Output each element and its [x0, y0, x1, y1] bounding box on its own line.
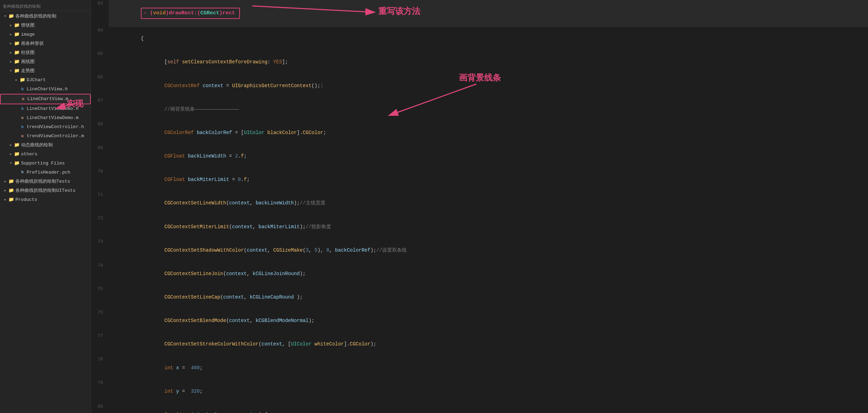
code-line-68: 68 CGColorRef backColorRef = [UIColor bl… [91, 121, 868, 144]
line-number-74: 74 [91, 262, 109, 286]
code-line-73: 73 CGContextSetShadowWithColor(context, … [91, 238, 868, 262]
line-code-79: int y = 320; [109, 379, 868, 403]
folder-icon-uitests: 📁 [8, 188, 14, 194]
disclosure-bingzhuang: ▶ [8, 23, 13, 28]
folder-icon-products: 📁 [8, 197, 14, 203]
line-number-63: 63 [91, 0, 109, 27]
sidebar-item-tests[interactable]: ▶ 📁 各种曲线折线的绘制Tests [0, 177, 91, 186]
sidebar-label-linechartview-m: LineChartView.m [27, 95, 68, 103]
sidebar-item-trendvc-m[interactable]: ▶ m trendViewController.m [0, 132, 91, 141]
sidebar-title: 各种曲线折线的绘制 [0, 1, 91, 11]
line-code-72: CGContextSetMiterLimit(context, backMite… [109, 215, 868, 238]
sidebar-label-tests: 各种曲线折线的绘制Tests [15, 178, 70, 186]
line-number-79: 79 [91, 379, 109, 403]
folder-icon-djchart: 📁 [20, 77, 25, 83]
line-number-80: 80 [91, 403, 109, 413]
line-code-68: CGColorRef backColorRef = [UIColor black… [109, 121, 868, 144]
file-icon-linechartviewdemo-m: m [20, 115, 25, 121]
code-line-71: 71 CGContextSetLineWidth(context, backLi… [91, 191, 868, 215]
sidebar-item-linechartviewdemo-h[interactable]: ▶ h LineChartViewDemo.h [0, 104, 91, 113]
line-number-69: 69 [91, 145, 109, 168]
sidebar-item-others[interactable]: ▶ 📁 others [0, 150, 91, 159]
sidebar-item-trend[interactable]: ▼ 📁 走势图 [0, 66, 91, 76]
code-line-65: 65 [self setClearsContextBeforeDrawing: … [91, 50, 868, 74]
sidebar-item-bingzhuang[interactable]: ▶ 📁 饼状图 [0, 21, 91, 30]
disclosure-shapes: ▶ [8, 41, 13, 46]
sidebar-label-linechartviewdemo-h: LineChartViewDemo.h [27, 105, 78, 113]
sidebar-label-others: others [21, 150, 37, 158]
line-code-64: { [109, 27, 868, 50]
line-number-65: 65 [91, 50, 109, 74]
folder-icon-bar: 📁 [14, 50, 20, 56]
disclosure-uitests: ▶ [3, 188, 8, 193]
sidebar-item-shapes[interactable]: ▶ 📁 画各种形状 [0, 39, 91, 48]
folder-icon-trend: 📁 [14, 68, 20, 74]
line-code-69: CGFloat backLineWidth = 2.f; [109, 145, 868, 168]
folder-icon-image: 📁 [14, 32, 20, 37]
sidebar-item-linechartview-m[interactable]: ▶ m LineChartView.m [0, 94, 91, 104]
disclosure-trend: ▼ [8, 69, 13, 74]
code-line-78: 78 int x = 460; [91, 356, 868, 379]
line-number-75: 75 [91, 286, 109, 309]
sidebar-item-djchart[interactable]: ▶ 📁 DJChart [0, 76, 91, 85]
sidebar-item-uitests[interactable]: ▶ 📁 各种曲线折线的绘制UITests [0, 186, 91, 195]
sidebar-label-uitests: 各种曲线折线的绘制UITests [15, 187, 76, 195]
folder-icon-root: 📁 [8, 14, 14, 19]
code-line-77: 77 CGContextSetStrokeColorWithColor(cont… [91, 332, 868, 356]
code-line-64: 64 { [91, 27, 868, 50]
line-number-73: 73 [91, 238, 109, 262]
folder-icon-bingzhuang: 📁 [14, 23, 20, 28]
sidebar-label-shapes: 画各种形状 [21, 40, 44, 48]
sidebar-item-dynamic[interactable]: ▶ 📁 动态曲线的绘制 [0, 141, 91, 150]
code-line-76: 76 CGContextSetBlendMode(context, kCGBle… [91, 309, 868, 332]
folder-icon-dynamic: 📁 [14, 142, 20, 148]
sidebar-item-products[interactable]: ▶ 📁 Products [0, 195, 91, 204]
sidebar-item-root[interactable]: ▼ 📁 各种曲线折线的绘制 [0, 12, 91, 21]
file-icon-prefixheader: h [20, 170, 25, 175]
code-editor[interactable]: 63 - (void)drawRect:(CGRect)rect 64 { 65… [91, 0, 868, 413]
sidebar[interactable]: 各种曲线折线的绘制 ▼ 📁 各种曲线折线的绘制 ▶ 📁 饼状图 ▶ 📁 imag… [0, 0, 91, 413]
sidebar-label-trendvc-h: trendViewController.h [27, 123, 84, 131]
file-icon-linechartview-h: h [20, 86, 25, 92]
line-number-71: 71 [91, 191, 109, 215]
sidebar-item-supporting[interactable]: ▼ 📁 Supporting Files [0, 159, 91, 168]
sidebar-item-line[interactable]: ▶ 📁 画线图 [0, 57, 91, 66]
code-line-66: 66 CGContextRef context = UIGraphicsGetC… [91, 74, 868, 97]
sidebar-label-prefixheader: PrefixHeader.pch [27, 169, 70, 176]
code-line-63: 63 - (void)drawRect:(CGRect)rect [91, 0, 868, 27]
line-code-63: - (void)drawRect:(CGRect)rect [109, 0, 868, 27]
line-number-67: 67 [91, 97, 109, 121]
line-code-67: //画背景线条——————————————— [109, 97, 868, 121]
disclosure-image: ▶ [8, 32, 13, 37]
line-number-64: 64 [91, 27, 109, 50]
code-line-75: 75 CGContextSetLineCap(context, kCGLineC… [91, 286, 868, 309]
line-code-70: CGFloat backMiterLimit = 0.f; [109, 168, 868, 191]
line-code-71: CGContextSetLineWidth(context, backLineW… [109, 191, 868, 215]
sidebar-label-products: Products [15, 196, 37, 204]
line-code-80: for (int i=0; i<vDesc.count; i++) { [109, 403, 868, 413]
sidebar-label-dynamic: 动态曲线的绘制 [21, 141, 53, 149]
line-number-68: 68 [91, 121, 109, 144]
code-line-69: 69 CGFloat backLineWidth = 2.f; [91, 145, 868, 168]
folder-icon-line: 📁 [14, 59, 20, 65]
sidebar-item-image[interactable]: ▶ 📁 image [0, 30, 91, 39]
code-line-79: 79 int y = 320; [91, 379, 868, 403]
sidebar-item-linechartview-h[interactable]: ▶ h LineChartView.h [0, 85, 91, 94]
sidebar-label-line: 画线图 [21, 58, 35, 66]
line-number-78: 78 [91, 356, 109, 379]
sidebar-item-linechartviewdemo-m[interactable]: ▶ m LineChartViewDemo.m [0, 113, 91, 122]
sidebar-label-bar: 柱状图 [21, 49, 35, 57]
line-number-76: 76 [91, 309, 109, 332]
sidebar-item-bar[interactable]: ▶ 📁 柱状图 [0, 48, 91, 57]
line-code-75: CGContextSetLineCap(context, kCGLineCapR… [109, 286, 868, 309]
disclosure-djchart: ▶ [14, 78, 19, 83]
sidebar-item-trendvc-h[interactable]: ▶ h trendViewController.h [0, 122, 91, 132]
disclosure-products: ▶ [3, 197, 8, 202]
disclosure-root: ▼ [3, 14, 8, 19]
sidebar-label-image: image [21, 31, 35, 38]
file-icon-linechartview-m: m [20, 96, 26, 102]
sidebar-item-prefixheader[interactable]: ▶ h PrefixHeader.pch [0, 168, 91, 177]
line-code-74: CGContextSetLineJoin(context, kCGLineJoi… [109, 262, 868, 286]
sidebar-label-supporting: Supporting Files [21, 160, 65, 167]
code-table: 63 - (void)drawRect:(CGRect)rect 64 { 65… [91, 0, 868, 413]
